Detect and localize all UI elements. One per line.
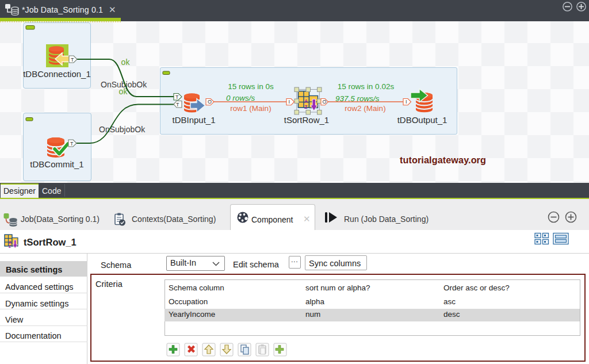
svg-text:T: T	[176, 102, 179, 108]
svg-text:I: I	[406, 99, 407, 105]
svg-text:I: I	[289, 99, 290, 105]
svg-text:O: O	[208, 99, 212, 105]
svg-text:T: T	[70, 141, 74, 147]
svg-text:T: T	[71, 57, 74, 63]
svg-text:A: A	[304, 98, 308, 104]
svg-text:O: O	[323, 99, 327, 105]
svg-text:Z: Z	[9, 244, 12, 248]
svg-text:A: A	[9, 240, 12, 244]
svg-text:T: T	[175, 94, 179, 100]
svg-text:Z: Z	[304, 104, 308, 110]
